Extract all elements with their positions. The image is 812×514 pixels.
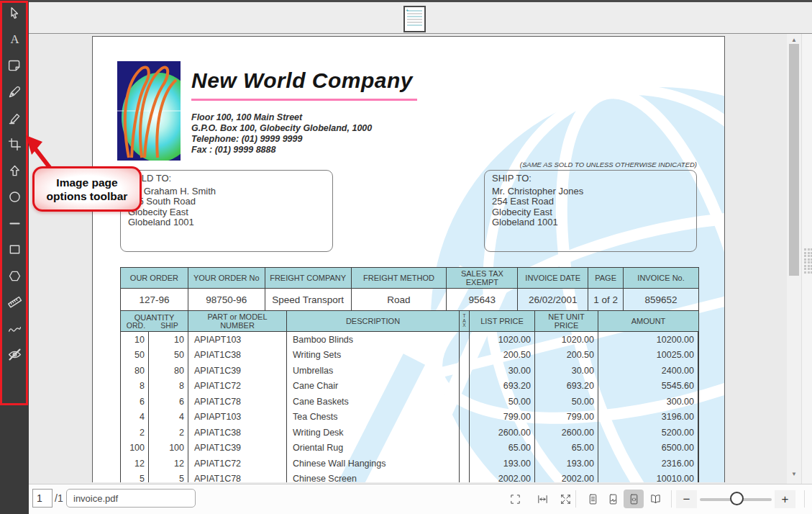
company-name: New World Company [191,68,413,93]
pen-tool-button[interactable] [0,79,29,106]
line-item-cell: APIAT1C39 [188,363,287,379]
line-item-cell [460,394,470,410]
rectangle-tool-icon [7,242,22,257]
note-tool-icon [7,58,22,73]
rectangle-tool-button[interactable] [0,237,29,263]
order-info-value: 98750-96 [188,289,265,311]
right-panel-splitter[interactable] [801,34,812,484]
ship-to-line: Mr. Christopher Jones [492,186,689,197]
line-item-cell: 799.00 [535,410,598,425]
line-item-cell: 2 [121,425,149,441]
line-item-cell: APIAPT103 [188,410,287,425]
select-tool-icon [7,6,22,21]
single-page-layout-icon [587,493,599,505]
ellipse-tool-button[interactable] [0,184,29,211]
line-item-cell: 2600.00 [470,425,535,441]
line-item-cell: 200.50 [470,348,535,364]
horizontal-scroll-layout-icon [628,493,640,505]
divider [804,490,805,508]
page-number-input[interactable] [32,489,53,508]
line-item-cell: 50 [121,348,149,364]
line-item-cell: 2316.00 [598,456,698,472]
line-item-cell [460,348,470,364]
vertical-scrollbar[interactable]: ▲ ▼ [787,34,801,484]
line-item-cell: 100 [121,441,149,456]
order-info-table: OUR ORDERYOUR ORDER NoFREIGHT COMPANYFRE… [120,267,699,312]
divider [575,490,576,508]
line-item-cell: 4 [149,410,188,425]
highlighter-tool-icon [7,111,22,126]
line-item-row: 5050APIAT1C38Writing Sets200.50200.50100… [121,348,698,364]
line-item-cell: 12 [149,456,188,472]
sold-to-box: SOLD TO: Mr. Graham H. Smith255 South Ro… [120,170,333,252]
line-item-cell: 2002.00 [470,472,535,483]
line-tool-icon [7,216,22,231]
line-item-cell: 3196.00 [598,410,698,425]
freehand-tool-button[interactable] [0,315,29,342]
vertical-scroll-layout-button[interactable] [603,490,623,508]
filename-input[interactable] [66,489,196,508]
line-tool-button[interactable] [0,210,29,237]
single-page-layout-button[interactable] [583,490,603,508]
highlighter-tool-button[interactable] [0,105,29,132]
line-item-row: 55APIAT1C78Chinese Screen2002.002002.001… [121,472,698,483]
line-item-row: 100100APIAT1C39Oriental Rug65.0065.00650… [121,441,698,456]
callout: Image page options toolbar [32,166,142,212]
ruler-tool-button[interactable] [0,289,29,316]
items-header-quantity: QUANTITYORD.SHIP [121,311,188,332]
splitter-grip-icon[interactable] [804,248,812,274]
company-address: Floor 100, 100 Main StreetG.P.O. Box 100… [191,112,372,155]
hide-annotations-button[interactable] [0,342,29,369]
vertical-scroll-layout-icon [607,493,619,505]
line-item-cell: Cane Baskets [287,394,460,410]
callout-text-line1: Image page [56,176,117,189]
zoom-out-button[interactable]: − [676,490,697,508]
line-item-cell [460,410,470,425]
line-item-cell [460,456,470,472]
ship-to-label: SHIP TO: [492,173,689,184]
sold-to-line: Globeland 1001 [128,217,325,228]
polygon-tool-button[interactable] [0,263,29,289]
order-info-value: 95643 [447,289,518,311]
select-tool-button[interactable] [0,0,29,27]
line-item-cell: 10 [121,332,149,348]
line-item-cell [460,363,470,379]
text-tool-button[interactable]: A [0,27,29,53]
line-item-row: 1212APIAT1C72Chinese Wall Hangings193.00… [121,456,698,472]
zoom-slider-knob[interactable] [730,492,744,505]
fit-page-button[interactable] [505,490,525,508]
expand-button[interactable] [555,490,575,508]
polygon-tool-icon [7,269,22,284]
line-item-cell: Writing Desk [287,425,460,441]
app-window: + A [0,0,812,514]
line-item-cell: 6 [149,394,188,410]
line-item-cell: 50.00 [470,394,535,410]
ship-to-line: Globeland 1001 [492,217,689,228]
order-info-header: FREIGHT COMPANY [265,268,352,289]
line-item-cell: 10025.00 [598,348,698,364]
line-item-cell: APIAT1C78 [188,394,287,410]
line-item-cell: APIAT1C38 [188,348,287,364]
two-page-layout-icon [649,493,662,505]
note-tool-button[interactable] [0,53,29,79]
line-item-cell [460,332,470,348]
line-item-cell: 12 [121,456,149,472]
two-page-layout-button[interactable] [645,490,665,508]
scroll-down-icon[interactable]: ▼ [787,468,801,480]
line-item-cell [460,441,470,456]
line-item-cell: Writing Sets [287,348,460,364]
order-info-header: INVOICE No. [624,268,698,289]
zoom-in-button[interactable]: + [775,490,795,508]
fit-width-button[interactable] [532,490,552,508]
text-tool-icon: A [7,32,22,47]
order-info-header: INVOICE DATE [518,268,588,289]
line-item-cell: 8 [149,379,188,394]
hide-annotations-icon [7,347,22,362]
scrollbar-thumb[interactable] [789,44,799,276]
items-header-tax: TAX [460,311,470,332]
page-thumbnail-icon[interactable]: + [403,6,426,32]
sold-to-label: SOLD TO: [128,173,325,184]
expand-icon [560,493,572,505]
items-header-part-number: PART or MODELNUMBER [188,311,287,332]
horizontal-scroll-layout-button[interactable] [624,490,644,508]
